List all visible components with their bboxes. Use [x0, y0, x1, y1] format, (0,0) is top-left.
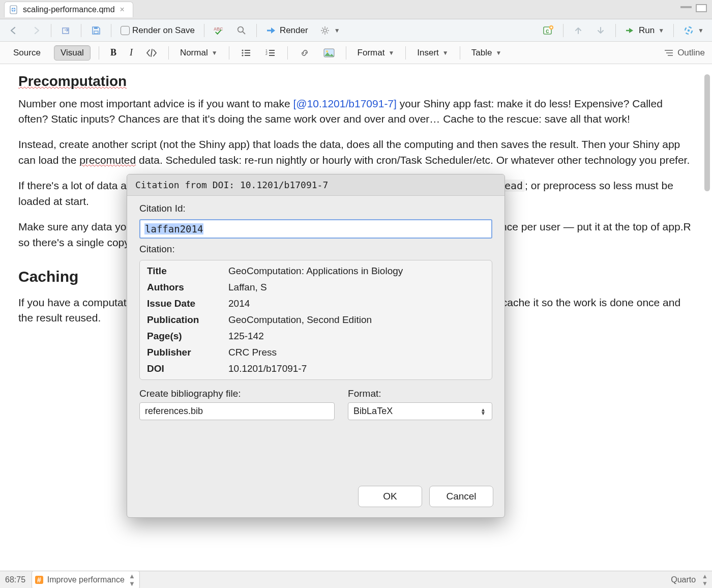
- run-button[interactable]: Run ▼: [622, 23, 667, 38]
- spellcheck-button[interactable]: ABC: [211, 23, 228, 38]
- separator: [256, 24, 257, 37]
- language-indicator[interactable]: Quarto: [671, 575, 696, 584]
- numbered-list-button[interactable]: 12: [262, 46, 279, 60]
- insert-menu[interactable]: Insert ▼: [414, 46, 451, 60]
- field-publisher-value: CRC Press: [228, 347, 485, 358]
- save-button[interactable]: [87, 23, 105, 38]
- vertical-scrollbar[interactable]: [703, 64, 711, 571]
- field-title-key: Title: [147, 266, 223, 277]
- bib-format-col: Format: BibLaTeX ▲▼: [348, 388, 492, 420]
- rstudio-app: scaling-performance.qmd ×: [0, 0, 712, 588]
- ok-button[interactable]: OK: [358, 486, 422, 507]
- magnifier-icon: [236, 25, 247, 36]
- svg-point-7: [323, 29, 327, 32]
- citation-ref[interactable]: [@10.1201/b17091-7]: [293, 98, 396, 109]
- format-menu[interactable]: Format ▼: [354, 46, 398, 60]
- svg-text:ABC: ABC: [214, 26, 223, 32]
- separator: [346, 46, 346, 60]
- separator: [287, 46, 288, 60]
- tab-filename: scaling-performance.qmd: [23, 5, 115, 14]
- bold-icon: B: [110, 47, 116, 58]
- separator: [99, 46, 99, 60]
- stepper-icon: ▲▼: [702, 573, 707, 587]
- separator: [51, 24, 51, 37]
- separator: [673, 24, 674, 37]
- maximize-pane-icon[interactable]: [696, 4, 707, 12]
- outline-section-label: Improve performance: [47, 575, 125, 584]
- bib-file-input[interactable]: references.bib: [139, 402, 335, 420]
- separator: [229, 46, 229, 60]
- outline-indicator[interactable]: # Improve performance ▲▼: [32, 571, 140, 589]
- render-settings-button[interactable]: ▼: [316, 23, 343, 38]
- arrow-up-icon: [573, 25, 584, 36]
- bib-file-label: Create bibliography file:: [139, 388, 335, 399]
- svg-text:2: 2: [265, 52, 268, 55]
- select-caret-icon: ▲▼: [481, 408, 486, 415]
- bullet-list-button[interactable]: [238, 46, 255, 60]
- render-on-save-toggle[interactable]: Render on Save: [117, 24, 198, 37]
- paragraph: Instead, create another script (not the …: [18, 137, 694, 168]
- outline-toggle[interactable]: Outline: [663, 47, 705, 58]
- chevron-down-icon: ▼: [211, 49, 218, 56]
- publish-button[interactable]: ▼: [680, 23, 707, 38]
- link-button[interactable]: [296, 46, 313, 60]
- svg-point-13: [242, 49, 243, 51]
- bibliography-row: Create bibliography file: references.bib…: [139, 388, 492, 420]
- stepper-icon: ▲▼: [129, 572, 134, 587]
- render-arrow-icon: [266, 25, 277, 36]
- visual-mode-button[interactable]: Visual: [54, 45, 91, 61]
- svg-point-12: [688, 29, 690, 31]
- insert-chunk-icon: c: [543, 25, 554, 36]
- paragraph-style-label: Normal: [180, 48, 208, 58]
- nav-forward-button[interactable]: [27, 23, 45, 38]
- tabbar: scaling-performance.qmd ×: [0, 0, 712, 19]
- go-prev-chunk-button[interactable]: [570, 23, 587, 38]
- arrow-down-icon: [595, 25, 606, 36]
- paragraph: Number one most important advice is if y…: [18, 96, 694, 127]
- minimize-pane-icon[interactable]: [680, 4, 692, 8]
- go-next-chunk-button[interactable]: [592, 23, 609, 38]
- source-mode-button[interactable]: Source: [7, 46, 47, 60]
- insert-label: Insert: [417, 48, 439, 58]
- citation-label: Citation:: [139, 244, 492, 255]
- editor-area: Precomputation Number one most important…: [0, 64, 712, 571]
- close-icon[interactable]: ×: [119, 5, 126, 14]
- heading-precomputation: Precomputation: [18, 71, 694, 92]
- statusbar: 68:75 # Improve performance ▲▼ Quarto ▲▼: [0, 571, 712, 588]
- insert-chunk-button[interactable]: c: [540, 23, 557, 38]
- bold-button[interactable]: B: [107, 46, 120, 60]
- code-button[interactable]: [143, 46, 160, 60]
- separator: [615, 24, 616, 37]
- nav-back-button[interactable]: [5, 23, 22, 38]
- find-button[interactable]: [233, 23, 250, 38]
- chevron-down-icon: ▼: [441, 49, 449, 56]
- table-menu[interactable]: Table ▼: [468, 46, 505, 60]
- field-pages-value: 125-142: [228, 331, 485, 342]
- code-icon: [146, 47, 157, 58]
- separator: [204, 24, 204, 37]
- bib-format-label: Format:: [348, 388, 492, 399]
- svg-rect-3: [94, 31, 98, 34]
- svg-point-6: [238, 26, 244, 32]
- chevron-down-icon: ▼: [657, 27, 664, 34]
- bib-format-select[interactable]: BibLaTeX ▲▼: [348, 402, 492, 420]
- italic-icon: I: [130, 47, 133, 58]
- cursor-position[interactable]: 68:75: [5, 575, 25, 584]
- separator: [168, 46, 169, 60]
- run-icon: [625, 25, 636, 36]
- render-button[interactable]: Render: [263, 23, 311, 38]
- cancel-button[interactable]: Cancel: [429, 486, 493, 507]
- paragraph-style-dropdown[interactable]: Normal ▼: [177, 46, 221, 60]
- separator: [405, 46, 406, 60]
- separator: [111, 24, 111, 37]
- document-tab[interactable]: scaling-performance.qmd ×: [4, 2, 133, 17]
- visual-editor-toolbar: Source Visual B I Normal ▼ 12: [0, 42, 712, 64]
- main-toolbar: Render on Save ABC Render ▼: [0, 19, 712, 42]
- citation-id-input[interactable]: laffan2014: [139, 219, 492, 239]
- gear-icon: [319, 25, 331, 36]
- scrollbar-thumb[interactable]: [704, 74, 710, 191]
- arrow-left-icon: [8, 25, 19, 36]
- open-in-window-button[interactable]: [57, 23, 75, 38]
- italic-button[interactable]: I: [127, 46, 136, 60]
- image-button[interactable]: [320, 46, 338, 60]
